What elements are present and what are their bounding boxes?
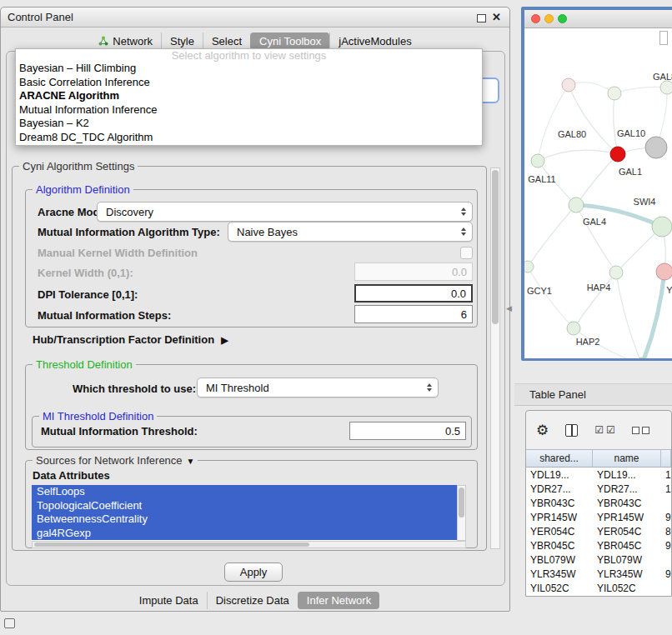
algorithm-option-dream8-dc-tdc-algorithm[interactable]: Dream8 DC_TDC Algorithm <box>16 131 482 145</box>
network-node[interactable] <box>609 266 623 279</box>
table-cell: YBL079W <box>593 554 661 566</box>
network-edge <box>642 272 664 358</box>
gear-icon[interactable]: ⚙ <box>536 423 549 438</box>
table-cell: 8. <box>661 526 671 538</box>
hub-definition-toggle[interactable]: Hub/Transcription Factor Definition▶ <box>33 333 228 346</box>
bottom-tab-discretize-data[interactable]: Discretize Data <box>207 592 298 609</box>
network-node[interactable] <box>531 154 544 168</box>
attribute-item-topologicalcoefficient[interactable]: TopologicalCoefficient <box>32 499 457 513</box>
attributes-hscrollbar-thumb[interactable] <box>34 542 309 547</box>
mi-threshold-field[interactable]: 0.5 <box>349 422 466 440</box>
attribute-item-gal4rgexp[interactable]: gal4RGexp <box>32 527 457 541</box>
tab-network[interactable]: Network <box>90 32 161 50</box>
splitter-collapse-icon[interactable]: ◀ <box>506 304 512 312</box>
network-node[interactable] <box>660 81 672 94</box>
settings-scrollbar[interactable] <box>490 168 500 549</box>
close-traffic-light[interactable] <box>531 14 540 23</box>
table-row[interactable]: YBR043CYBR043C <box>526 496 671 510</box>
attributes-hscrollbar[interactable] <box>32 541 466 548</box>
tab-select[interactable]: Select <box>203 32 250 50</box>
network-node[interactable] <box>567 322 580 335</box>
tab-jactivemodules[interactable]: jActiveModules <box>329 32 419 50</box>
table-cell: YPR145W <box>526 512 593 523</box>
sources-group-title[interactable]: Sources for Network Inference▼ <box>33 454 198 468</box>
algorithm-option-bayesian-k2[interactable]: Bayesian – K2 <box>16 117 482 131</box>
collapse-arrow-icon[interactable]: ▼ <box>187 455 195 468</box>
table-row[interactable]: YDR27...YDR27...12 <box>526 482 671 496</box>
table-row[interactable]: YIL052CYIL052C <box>526 581 671 595</box>
network-node[interactable] <box>569 198 584 212</box>
bottom-tab-impute-data-label: Impute Data <box>139 594 198 607</box>
column-header-name[interactable]: name <box>593 449 661 468</box>
network-node[interactable] <box>608 87 621 100</box>
table-row[interactable]: YER054CYER054C8. <box>526 524 671 538</box>
expand-arrow-icon[interactable]: ▶ <box>221 335 228 346</box>
manual-kernel-checkbox[interactable] <box>460 247 473 259</box>
dock-panel-icon[interactable] <box>4 618 15 628</box>
table-cell: YLR345W <box>526 568 593 580</box>
float-window-icon[interactable] <box>477 14 486 22</box>
minimize-traffic-light[interactable] <box>544 14 554 23</box>
attribute-item-selfloops[interactable]: SelfLoops <box>32 485 457 499</box>
table-row[interactable]: YLR345WYLR345W9. <box>526 567 671 581</box>
table-cell: 13 <box>661 469 671 481</box>
algorithm-option-basic-correlation-inference[interactable]: Basic Correlation Inference <box>16 76 482 90</box>
kernel-width-field: 0.0 <box>354 262 473 281</box>
attributes-vscrollbar[interactable] <box>457 485 466 541</box>
table-cell: YDR27... <box>593 483 661 495</box>
mi-steps-field[interactable]: 6 <box>354 305 473 323</box>
unchecked-box-icon <box>642 427 649 434</box>
mi-steps-value: 6 <box>461 308 467 321</box>
tab-cyni-toolbox[interactable]: Cyni Toolbox <box>250 32 329 50</box>
table-panel-title: Table Panel <box>529 388 586 401</box>
zoom-traffic-light[interactable] <box>558 14 567 23</box>
column-header-extra[interactable] <box>661 449 671 468</box>
network-edge <box>538 150 618 161</box>
aracne-mode-value: Discovery <box>98 206 153 218</box>
attributes-vscrollbar-thumb[interactable] <box>459 488 464 518</box>
columns-icon[interactable] <box>565 424 578 437</box>
network-node[interactable] <box>524 261 534 272</box>
dpi-tolerance-field[interactable]: 0.0 <box>354 284 473 302</box>
network-canvas[interactable]: GAL8GAL80GAL10GAL11GAL1SWI4GAL4GCY1HAP4Y… <box>524 28 672 358</box>
scrollbar-stub[interactable] <box>659 31 668 45</box>
mi-type-combobox[interactable]: Naive Bayes <box>228 222 473 242</box>
select-all-columns-icon[interactable]: ☑ ☑ <box>594 425 615 435</box>
table-row[interactable]: YDL19...YDL19...13 <box>526 468 671 482</box>
network-node[interactable] <box>645 137 667 158</box>
control-panel-titlebar[interactable]: Control Panel ✕ <box>1 8 509 28</box>
close-icon[interactable]: ✕ <box>492 11 501 23</box>
algorithm-option-bayesian-hill-climbing[interactable]: Bayesian – Hill Climbing <box>16 62 482 76</box>
network-node[interactable] <box>652 217 672 237</box>
table-header-row: shared...name <box>526 449 671 468</box>
algorithm-option-aracne-algorithm[interactable]: ARACNE Algorithm <box>16 89 482 103</box>
apply-button[interactable]: Apply <box>224 562 283 582</box>
kernel-width-value: 0.0 <box>452 266 467 278</box>
network-node-label: HAP2 <box>576 337 600 347</box>
network-graph: GAL8GAL80GAL10GAL11GAL1SWI4GAL4GCY1HAP4Y… <box>524 28 672 358</box>
aracne-mode-combobox[interactable]: Discovery <box>97 202 473 222</box>
table-cell: YIL052C <box>526 582 593 594</box>
bottom-tab-impute-data[interactable]: Impute Data <box>131 592 207 609</box>
table-cell: YBR045C <box>526 540 593 552</box>
deselect-all-columns-icon[interactable] <box>632 427 649 434</box>
attribute-item-betweennesscentrality[interactable]: BetweennessCentrality <box>32 512 457 527</box>
which-threshold-combobox[interactable]: MI Threshold <box>197 378 439 398</box>
network-window-titlebar[interactable] <box>524 10 672 28</box>
table-row[interactable]: YBL079WYBL079W <box>526 552 671 567</box>
combo-arrows-icon <box>461 228 466 236</box>
table-row[interactable]: YBR045CYBR045C9. <box>526 538 671 552</box>
tab-style[interactable]: Style <box>161 32 203 50</box>
bottom-tab-infer-network[interactable]: Infer Network <box>298 592 379 609</box>
network-node[interactable] <box>562 78 575 92</box>
network-node[interactable] <box>610 147 625 162</box>
unchecked-box-icon <box>632 427 639 434</box>
table-panel-header[interactable]: Table Panel <box>514 383 672 406</box>
settings-scrollbar-thumb[interactable] <box>492 170 499 324</box>
table-row[interactable]: YPR145WYPR145W9. <box>526 510 671 524</box>
column-header-shared[interactable]: shared... <box>526 449 593 468</box>
table-cell: YER054C <box>526 526 593 538</box>
network-node[interactable] <box>656 263 672 280</box>
algorithm-option-mutual-information-inference[interactable]: Mutual Information Inference <box>16 103 482 118</box>
network-edge <box>614 87 667 93</box>
